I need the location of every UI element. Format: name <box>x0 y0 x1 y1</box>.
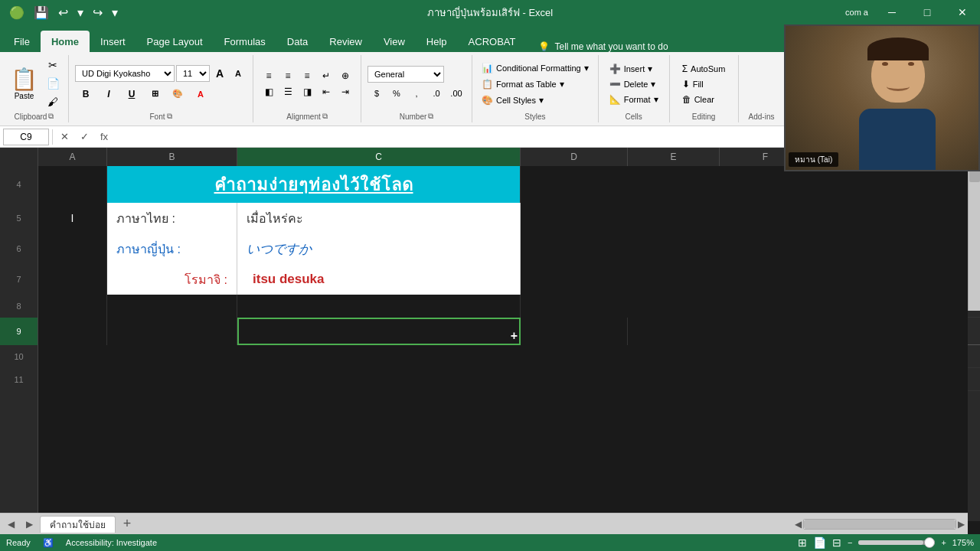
font-size-select[interactable]: 11 <box>176 65 210 82</box>
row-header-7[interactable]: 7 <box>0 264 38 295</box>
text-wrap-button[interactable]: ↵ <box>317 68 335 83</box>
fill-button[interactable]: ⬇ Fill <box>678 77 708 91</box>
delete-cells-button[interactable]: ➖ Delete ▾ <box>605 77 661 91</box>
cell-c8[interactable] <box>237 295 521 318</box>
cell-b9[interactable] <box>107 318 237 345</box>
user-account[interactable]: com a <box>845 8 874 17</box>
tab-help[interactable]: Help <box>416 31 458 52</box>
cell-reference-input[interactable]: C9 <box>3 129 49 145</box>
redo-button[interactable]: ↪ <box>90 4 106 21</box>
decrease-indent-button[interactable]: ⇤ <box>317 84 335 99</box>
cell-b7[interactable]: โรมาจิ : <box>107 264 237 295</box>
page-layout-view-button[interactable]: 📄 <box>813 536 826 549</box>
save-button[interactable]: 💾 <box>31 4 52 21</box>
accessibility-status[interactable]: Accessibility: Investigate <box>66 538 157 547</box>
row-header-10[interactable]: 10 <box>0 345 38 368</box>
cell-b8[interactable] <box>107 295 237 318</box>
cell-d5-onwards[interactable] <box>521 203 968 233</box>
align-bottom-button[interactable]: ≡ <box>298 68 316 83</box>
cell-a8[interactable] <box>38 295 107 318</box>
format-as-table-button[interactable]: 📋 Format as Table ▾ <box>479 77 567 91</box>
cell-a6[interactable] <box>38 233 107 264</box>
cell-d8-onwards[interactable] <box>521 295 968 318</box>
cell-c5[interactable]: เมื่อไหร่คะ <box>237 203 521 233</box>
h-scroll-thumb[interactable] <box>804 520 956 529</box>
col-header-a[interactable]: A <box>38 148 107 166</box>
horizontal-scrollbar[interactable] <box>803 519 956 530</box>
font-color-button[interactable]: A <box>190 86 211 103</box>
cell-a10-onwards[interactable] <box>38 345 968 368</box>
sheet-nav-left[interactable]: ◀ <box>3 517 18 532</box>
conditional-formatting-button[interactable]: 📊 Conditional Formatting ▾ <box>479 61 592 75</box>
zoom-out-button[interactable]: − <box>848 538 852 547</box>
comma-button[interactable]: , <box>407 86 426 101</box>
zoom-level[interactable]: 175% <box>952 538 974 547</box>
fill-handle[interactable]: + <box>511 329 518 343</box>
tab-acrobat[interactable]: ACROBAT <box>458 31 527 52</box>
cell-c9-selected[interactable]: + <box>237 318 521 345</box>
align-middle-button[interactable]: ≡ <box>279 68 297 83</box>
row-header-4[interactable]: 4 <box>0 166 38 203</box>
sheet-tab-active[interactable]: คำถามใช้บ่อย <box>40 516 116 533</box>
cell-c7[interactable]: itsu desuka <box>237 264 521 295</box>
font-name-select[interactable]: UD Digi Kyokasho <box>75 65 175 82</box>
cell-e9-onwards[interactable] <box>628 318 968 345</box>
row-header-11[interactable]: 11 <box>0 368 38 391</box>
merged-title-cell[interactable]: คำถามง่ายๆท่องไว้ใช้โลด <box>107 166 521 203</box>
horizontal-scroll-left[interactable]: ◀ <box>795 519 802 530</box>
row-header-8[interactable]: 8 <box>0 295 38 318</box>
cell-d7-onwards[interactable] <box>521 264 968 295</box>
horizontal-scroll-right[interactable]: ▶ <box>958 519 965 530</box>
tab-view[interactable]: View <box>373 31 416 52</box>
undo-button[interactable]: ↩ <box>55 4 71 21</box>
col-header-d[interactable]: D <box>521 148 628 166</box>
tab-page-layout[interactable]: Page Layout <box>136 31 214 52</box>
cell-d6-onwards[interactable] <box>521 233 968 264</box>
zoom-thumb[interactable] <box>924 537 935 548</box>
cell-a5[interactable]: I <box>38 203 107 233</box>
enter-formula-button[interactable]: ✓ <box>76 129 93 145</box>
tab-insert[interactable]: Insert <box>90 31 136 52</box>
increase-font-btn[interactable]: A <box>211 65 228 82</box>
cell-styles-button[interactable]: 🎨 Cell Styles ▾ <box>479 93 547 107</box>
delete-dropdown[interactable]: ▾ <box>651 79 655 90</box>
decrease-font-btn[interactable]: A <box>230 65 247 82</box>
insert-dropdown[interactable]: ▾ <box>648 64 652 74</box>
alignment-expand[interactable]: ⧉ <box>322 112 328 121</box>
paste-button[interactable]: 📋 Paste <box>6 57 42 110</box>
insert-function-button[interactable]: fx <box>96 129 113 145</box>
cut-button[interactable]: ✂ <box>44 57 62 73</box>
border-button[interactable]: ⊞ <box>144 86 165 103</box>
tell-me-bar[interactable]: 💡 Tell me what you want to do <box>538 41 668 52</box>
cell-b5[interactable]: ภาษาไทย : <box>107 203 237 233</box>
italic-button[interactable]: I <box>98 86 119 103</box>
zoom-slider[interactable] <box>858 540 935 545</box>
clipboard-expand[interactable]: ⧉ <box>48 112 54 121</box>
add-sheet-button[interactable]: + <box>119 516 136 533</box>
close-button[interactable]: ✕ <box>945 0 980 24</box>
increase-indent-button[interactable]: ⇥ <box>336 84 354 99</box>
increase-decimal-button[interactable]: .00 <box>447 86 466 101</box>
window-controls[interactable]: com a ─ □ ✕ <box>845 0 980 24</box>
autosum-button[interactable]: Σ AutoSum <box>678 62 730 76</box>
align-right-button[interactable]: ◨ <box>298 84 316 99</box>
normal-view-button[interactable]: ⊞ <box>798 536 807 549</box>
sheet-nav-right[interactable]: ▶ <box>21 517 37 532</box>
row-header-6[interactable]: 6 <box>0 233 38 264</box>
underline-button[interactable]: U <box>121 86 142 103</box>
merge-center-button[interactable]: ⊕ <box>336 68 354 83</box>
tab-review[interactable]: Review <box>318 31 373 52</box>
copy-button[interactable]: 📄 <box>44 75 62 92</box>
cell-a11-onwards[interactable] <box>38 368 968 391</box>
decrease-decimal-button[interactable]: .0 <box>427 86 446 101</box>
currency-button[interactable]: $ <box>368 86 386 101</box>
cell-d4-onwards[interactable] <box>521 166 968 203</box>
cell-b6[interactable]: ภาษาญี่ปุ่น : <box>107 233 237 264</box>
customize-qat[interactable]: ▾ <box>109 4 121 21</box>
cell-c6[interactable]: いつですか <box>237 233 521 264</box>
maximize-button[interactable]: □ <box>910 0 945 24</box>
percent-button[interactable]: % <box>387 86 406 101</box>
col-header-e[interactable]: E <box>628 148 720 166</box>
col-header-b[interactable]: B <box>107 148 237 166</box>
cancel-formula-button[interactable]: ✕ <box>56 129 73 145</box>
